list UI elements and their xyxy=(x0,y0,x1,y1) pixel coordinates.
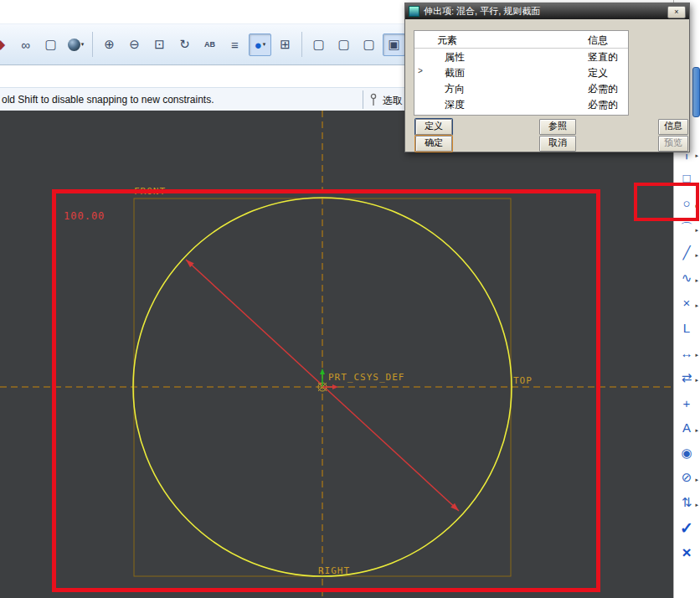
flyout-arrow-icon[interactable]: ▸ xyxy=(695,227,698,234)
close-icon[interactable]: × xyxy=(667,6,686,18)
done-icon[interactable]: ✓ xyxy=(677,517,697,539)
message-text: old Shift to disable snapping to new con… xyxy=(2,94,214,106)
csys-tool-icon: L xyxy=(683,321,690,335)
element-name: 属性 xyxy=(445,50,465,64)
arc-tool-icon[interactable]: ⌒▸ xyxy=(677,217,697,239)
element-row[interactable]: 深度必需的 xyxy=(414,96,628,112)
circle-tool-icon: ○ xyxy=(682,196,690,210)
wireframe-box-icon[interactable]: ▢ xyxy=(39,34,62,56)
csys-label: PRT_CSYS_DEF xyxy=(328,372,404,383)
spin-center-icon[interactable]: ●▾ xyxy=(249,34,271,56)
flyout-arrow-icon[interactable]: ▸ xyxy=(695,477,698,483)
element-name: 深度 xyxy=(445,98,465,112)
circle-tool-icon[interactable]: ○▸ xyxy=(677,193,697,214)
edge-partial-icon: ◆ xyxy=(0,37,5,52)
datum-plane-display-icon: ▢ xyxy=(312,37,324,52)
flyout-arrow-icon[interactable]: ▸ xyxy=(695,277,698,284)
row-expander-icon: > xyxy=(418,66,423,75)
datum-point-display-icon[interactable]: ▢ xyxy=(358,34,380,56)
datum-axis-display-icon[interactable]: ▢ xyxy=(332,34,355,56)
arc-tool-icon: ⌒ xyxy=(681,220,693,236)
rectangle-tool-icon[interactable]: □ xyxy=(677,168,697,189)
dimension-tool-icon: ↔ xyxy=(681,346,693,360)
palette-tool-icon: ◉ xyxy=(681,446,692,461)
spline-tool-icon: ∿ xyxy=(682,271,692,286)
flyout-arrow-icon[interactable]: ▸ xyxy=(695,152,698,159)
point-tool-icon[interactable]: ×▸ xyxy=(677,292,697,314)
preview-button: 预览 xyxy=(658,136,688,152)
dimension-value[interactable]: 100.00 xyxy=(64,210,105,222)
table-header: 元素 信息 xyxy=(414,31,628,49)
datum-axis-display-icon: ▢ xyxy=(337,37,349,52)
flyout-arrow-icon[interactable]: ▸ xyxy=(695,377,698,384)
fillet-tool-icon[interactable]: ╱▸ xyxy=(677,242,697,264)
column-header-info: 信息 xyxy=(588,34,608,48)
element-info: 竖直的 xyxy=(588,50,618,64)
modify-tool-icon[interactable]: ⇄▸ xyxy=(677,367,697,389)
refs-button[interactable]: 参照 xyxy=(539,119,576,135)
spline-tool-icon[interactable]: ∿▸ xyxy=(677,267,697,289)
flyout-arrow-icon[interactable]: ▸ xyxy=(695,427,698,434)
flyout-arrow-icon[interactable]: ▸ xyxy=(695,203,698,209)
right-toolbar-scrollbar[interactable] xyxy=(692,67,700,117)
layers-icon[interactable]: ≡ xyxy=(224,34,246,56)
saved-views-icon: ⊞ xyxy=(280,37,291,52)
select-status-label: 选取 xyxy=(383,94,403,108)
view-glasses-icon: ∞ xyxy=(21,38,30,52)
selection-filter-icon[interactable] xyxy=(369,93,378,109)
zoom-fit-icon[interactable]: ⊡ xyxy=(148,34,171,56)
element-row[interactable]: 方向必需的 xyxy=(414,80,628,96)
mirror-tool-icon: ⇅ xyxy=(682,495,692,510)
datum-point-display-icon: ▢ xyxy=(363,37,374,52)
csys-tool-icon[interactable]: L xyxy=(677,317,697,339)
trim-tool-icon[interactable]: ⊘▸ xyxy=(677,467,697,488)
shaded-sphere-icon xyxy=(68,39,80,51)
edge-partial-icon[interactable]: ◆ xyxy=(0,34,12,56)
flyout-arrow-icon[interactable]: ▸ xyxy=(695,252,698,259)
dialog-titlebar[interactable]: 伸出项: 混合, 平行, 规则截面 xyxy=(405,3,689,19)
cancel-button[interactable]: 取消 xyxy=(539,136,576,152)
reorient-view-icon[interactable]: ↻ xyxy=(173,34,196,56)
flyout-arrow-icon[interactable]: ▸ xyxy=(695,352,698,358)
constraint-tool-icon[interactable]: + xyxy=(677,392,697,414)
flyout-arrow-icon[interactable]: ▸ xyxy=(695,302,698,309)
graphics-canvas[interactable]: FRONT TOP RIGHT PRT_CSYS_DEF 100.00 xyxy=(0,111,673,598)
element-row[interactable]: >截面定义 xyxy=(414,64,628,80)
modify-tool-icon: ⇄ xyxy=(682,370,692,385)
text-tool-icon[interactable]: A▸ xyxy=(677,417,697,439)
dropdown-arrow-icon[interactable]: ▾ xyxy=(263,41,266,48)
mirror-tool-icon[interactable]: ⇅▸ xyxy=(677,492,697,513)
view-glasses-icon[interactable]: ∞ xyxy=(14,34,37,56)
constraint-tool-icon: + xyxy=(683,396,691,410)
wireframe-box-icon: ▢ xyxy=(44,37,56,52)
reorient-view-icon: ↻ xyxy=(179,37,190,52)
toolbar-separator xyxy=(301,32,302,57)
rectangle-tool-icon: □ xyxy=(682,171,690,185)
ok-button[interactable]: 确定 xyxy=(415,136,452,152)
datum-plane-display-icon[interactable]: ▢ xyxy=(307,34,330,56)
spin-center-icon: ● xyxy=(255,38,262,52)
element-info: 定义 xyxy=(588,66,608,80)
dialog-icon xyxy=(409,6,419,17)
right-plane-label: RIGHT xyxy=(318,565,350,576)
point-tool-icon: × xyxy=(683,296,691,310)
palette-tool-icon[interactable]: ◉ xyxy=(677,442,697,464)
zoom-in-icon[interactable]: ⊕ xyxy=(98,34,121,56)
shaded-display-icon[interactable]: ▣ xyxy=(383,34,405,56)
saved-views-icon[interactable]: ⊞ xyxy=(274,34,296,56)
annotation-ab-icon[interactable]: AB xyxy=(198,34,221,56)
text-tool-icon: A xyxy=(682,420,691,435)
front-plane-label: FRONT xyxy=(134,186,166,197)
element-row[interactable]: 属性竖直的 xyxy=(414,49,628,64)
top-plane-label: TOP xyxy=(513,375,533,386)
flyout-arrow-icon[interactable]: ▸ xyxy=(695,502,698,508)
message-bar-separator xyxy=(363,90,363,109)
quit-icon[interactable]: × xyxy=(677,542,697,564)
toolbar-separator xyxy=(92,32,93,57)
define-button[interactable]: 定义 xyxy=(415,119,452,135)
shaded-sphere-icon[interactable]: ▾ xyxy=(64,34,87,56)
dropdown-arrow-icon[interactable]: ▾ xyxy=(81,41,85,48)
info-button[interactable]: 信息 xyxy=(658,119,688,135)
zoom-out-icon[interactable]: ⊖ xyxy=(123,34,146,56)
dimension-tool-icon[interactable]: ↔▸ xyxy=(677,342,697,363)
